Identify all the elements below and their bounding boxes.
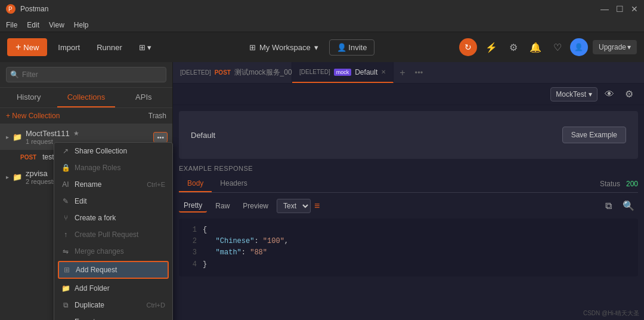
status-area: Status 200 bbox=[600, 176, 638, 192]
sync-button[interactable]: ↻ bbox=[459, 38, 477, 56]
minimize-btn[interactable]: — bbox=[600, 4, 609, 14]
code-block: 1 { 2 "Chinese": "100", 3 "math": "88" 4… bbox=[179, 219, 638, 276]
add-tab-button[interactable]: + bbox=[394, 67, 411, 78]
response-area: Default Save Example EXAMPLE RESPONSE Bo… bbox=[173, 105, 644, 320]
example-response-label: EXAMPLE RESPONSE bbox=[179, 165, 638, 172]
tab-close-button[interactable]: ✕ bbox=[381, 69, 386, 75]
folder-icon: 📁 bbox=[61, 284, 70, 293]
code-line-1: 1 { bbox=[185, 224, 632, 236]
api-icon-btn[interactable]: ⚡ bbox=[482, 39, 501, 56]
svg-text:P: P bbox=[8, 6, 13, 13]
collection-options-button[interactable]: ••• bbox=[153, 132, 168, 143]
upgrade-button[interactable]: Upgrade ▾ bbox=[593, 40, 637, 54]
import-button[interactable]: Import bbox=[52, 39, 86, 56]
more-tabs-button[interactable]: ••• bbox=[411, 68, 427, 77]
tab-mock-001[interactable]: [DELETED] POST 测试mock服务_001 bbox=[173, 62, 292, 83]
lock-icon: 🔒 bbox=[61, 164, 70, 172]
fork-icon: ⑂ bbox=[61, 214, 70, 222]
search-response-button[interactable]: 🔍 bbox=[619, 198, 638, 214]
preview-button[interactable]: Preview bbox=[238, 200, 273, 212]
context-menu: ↗ Share Collection 🔒 Manage Roles AI Ren… bbox=[54, 142, 173, 320]
context-menu-add-request[interactable]: ⊞ Add Request bbox=[58, 261, 169, 279]
raw-button[interactable]: Raw bbox=[210, 200, 234, 212]
response-toolbar-right: ⧉ 🔍 bbox=[602, 198, 638, 214]
chevron-down-icon: ▾ bbox=[589, 90, 592, 99]
new-label: New bbox=[23, 43, 39, 52]
pretty-button[interactable]: Pretty bbox=[179, 199, 207, 213]
environment-selector[interactable]: MockTest ▾ bbox=[550, 87, 597, 101]
sidebar-actions: + New Collection Trash bbox=[0, 108, 172, 124]
maximize-btn[interactable]: ☐ bbox=[616, 4, 624, 14]
format-toolbar: Pretty Raw Preview Text ≡ ⧉ 🔍 bbox=[179, 198, 638, 214]
close-btn[interactable]: ✕ bbox=[631, 4, 638, 14]
ai-icon: AI bbox=[61, 180, 70, 189]
eye-button[interactable]: 👁 bbox=[601, 87, 618, 102]
chevron-down-icon: ▾ bbox=[627, 43, 631, 51]
title-bar: P Postman — ☐ ✕ bbox=[0, 0, 644, 18]
context-menu-merge: ⇋ Merge changes bbox=[54, 243, 172, 260]
post-method-badge: POST bbox=[18, 153, 39, 161]
main-toolbar: + New Import Runner ⊞ ▾ ⊞ My Workspace ▾… bbox=[0, 32, 644, 62]
context-menu-fork[interactable]: ⑂ Create a fork bbox=[54, 210, 172, 226]
context-menu-share[interactable]: ↗ Share Collection bbox=[54, 143, 172, 159]
collection-count-2: 2 requests bbox=[26, 178, 56, 185]
mock-badge: mock bbox=[334, 69, 352, 76]
deleted-label-2: [DELETED] bbox=[299, 69, 330, 75]
new-button[interactable]: + New bbox=[7, 38, 47, 56]
tab-default[interactable]: [DELETED] mock Default ✕ bbox=[292, 62, 394, 83]
avatar[interactable]: 👤 bbox=[570, 38, 588, 56]
format-select[interactable]: Text bbox=[277, 199, 311, 213]
context-menu-manage-roles: 🔒 Manage Roles bbox=[54, 159, 172, 176]
context-menu-add-folder[interactable]: 📁 Add Folder bbox=[54, 280, 172, 297]
wrap-icon[interactable]: ≡ bbox=[314, 201, 320, 211]
sidebar: 🔍 History Collections APIs + New Collect… bbox=[0, 62, 173, 320]
context-menu-edit[interactable]: ✎ Edit bbox=[54, 193, 172, 210]
tab-apis[interactable]: APIs bbox=[115, 88, 172, 107]
save-example-button[interactable]: Save Example bbox=[562, 127, 626, 143]
notification-button[interactable]: 🔔 bbox=[526, 39, 545, 56]
tab-label-2: Default bbox=[355, 68, 377, 76]
body-tab[interactable]: Body bbox=[179, 176, 212, 192]
new-collection-button[interactable]: + New Collection bbox=[6, 112, 60, 120]
headers-tab[interactable]: Headers bbox=[212, 176, 255, 192]
menu-bar: File Edit View Help bbox=[0, 18, 644, 32]
context-menu-export[interactable]: ↓ Export bbox=[54, 313, 172, 320]
tab-history[interactable]: History bbox=[0, 88, 57, 107]
copy-button[interactable]: ⧉ bbox=[602, 198, 615, 214]
default-banner: Default Save Example bbox=[179, 111, 638, 159]
context-menu-duplicate[interactable]: ⧉ Duplicate Ctrl+D bbox=[54, 297, 172, 313]
settings-panel-button[interactable]: ⚙ bbox=[621, 86, 637, 102]
collection-name: MoctTest111 bbox=[26, 129, 70, 138]
menu-view[interactable]: View bbox=[49, 21, 64, 29]
tab-collections[interactable]: Collections bbox=[57, 88, 114, 107]
layout-button[interactable]: ⊞ ▾ bbox=[133, 39, 158, 56]
menu-help[interactable]: Help bbox=[74, 21, 89, 29]
toolbar-right: ↻ ⚡ ⚙ 🔔 ♡ 👤 Upgrade ▾ bbox=[459, 38, 637, 56]
context-menu-rename[interactable]: AI Rename Ctrl+E bbox=[54, 176, 172, 193]
trash-button[interactable]: Trash bbox=[148, 112, 166, 120]
search-input[interactable] bbox=[6, 67, 166, 82]
collection-name-2: zpvisa bbox=[26, 169, 48, 178]
menu-edit[interactable]: Edit bbox=[27, 21, 39, 29]
tab-bar: [DELETED] POST 测试mock服务_001 [DELETED] mo… bbox=[173, 62, 644, 84]
app-title: Postman bbox=[20, 5, 48, 13]
context-menu-pull-request: ↑ Create Pull Request bbox=[54, 226, 172, 243]
watermark: CSDN @Hi-晴天大圣 bbox=[583, 309, 639, 318]
settings-button[interactable]: ⚙ bbox=[506, 39, 521, 56]
workspace-button[interactable]: ⊞ My Workspace ▾ bbox=[242, 39, 326, 56]
response-tabs: Body Headers Status 200 bbox=[179, 176, 638, 193]
menu-file[interactable]: File bbox=[6, 21, 17, 29]
env-label: MockTest bbox=[556, 90, 586, 99]
heart-button[interactable]: ♡ bbox=[550, 39, 565, 56]
workspace-label: My Workspace bbox=[259, 43, 311, 52]
add-request-icon: ⊞ bbox=[63, 266, 71, 274]
title-bar-controls[interactable]: — ☐ ✕ bbox=[600, 4, 638, 14]
runner-button[interactable]: Runner bbox=[91, 39, 128, 56]
panel-toolbar: MockTest ▾ 👁 ⚙ bbox=[173, 84, 644, 105]
default-banner-text: Default bbox=[191, 131, 215, 140]
duplicate-icon: ⧉ bbox=[61, 301, 70, 309]
invite-button[interactable]: 👤 Invite bbox=[329, 39, 375, 56]
layout-icon: ⊞ ▾ bbox=[139, 43, 152, 52]
merge-icon: ⇋ bbox=[61, 247, 70, 256]
status-value: 200 bbox=[626, 180, 638, 188]
